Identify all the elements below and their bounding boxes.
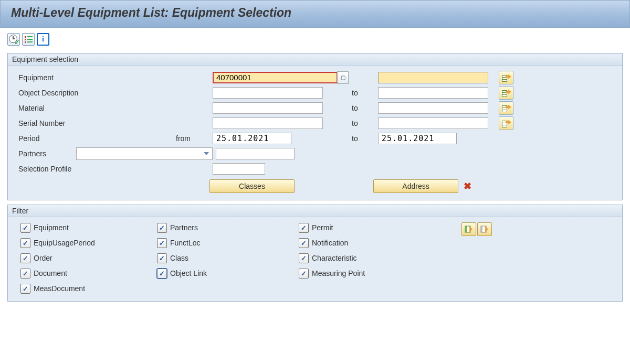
to-label: to: [352, 89, 378, 97]
serial-from-input[interactable]: [213, 117, 323, 129]
to-label: to: [352, 104, 378, 112]
chk-partners[interactable]: ✓: [157, 223, 167, 233]
period-from-input[interactable]: [213, 133, 291, 144]
titlebar: Multi-Level Equipment List: Equipment Se…: [0, 0, 630, 28]
arrow-table-icon: [502, 119, 510, 127]
arrow-table-icon: [502, 104, 510, 112]
to-label: to: [352, 119, 378, 127]
chk-label: Class: [170, 254, 188, 262]
chk-measpoint[interactable]: ✓: [299, 269, 309, 279]
chk-label: Characteristic: [312, 254, 357, 262]
chk-label: Notification: [312, 239, 348, 247]
page-title: Multi-Level Equipment List: Equipment Se…: [11, 6, 621, 20]
chk-label: Measuring Point: [312, 269, 365, 277]
search-help-button[interactable]: ▢: [337, 71, 349, 84]
objdesc-from-input[interactable]: [213, 87, 323, 99]
chk-label: FunctLoc: [170, 239, 201, 247]
material-multiselect-button[interactable]: [499, 101, 513, 115]
equipment-multiselect-button[interactable]: [499, 71, 513, 84]
period-from-label: from: [176, 134, 213, 143]
partners-label: Partners: [15, 149, 76, 158]
chk-permit[interactable]: ✓: [299, 223, 309, 233]
select-all-button[interactable]: [461, 222, 476, 236]
material-label: Material: [15, 104, 176, 112]
chk-objlink[interactable]: ✓: [157, 269, 167, 279]
to-label: to: [352, 134, 378, 143]
selprofile-label: Selection Profile: [15, 165, 213, 173]
svg-rect-1: [465, 226, 467, 232]
chk-document[interactable]: ✓: [20, 269, 30, 279]
arrow-table-icon: [502, 89, 510, 97]
classes-button-label: Classes: [239, 182, 265, 190]
chk-label: Order: [34, 254, 52, 262]
info-button[interactable]: i: [37, 33, 49, 46]
select-all-icon: [465, 225, 473, 233]
filter-panel: Filter ✓Equipment ✓EquipUsagePeriod ✓Ord…: [7, 205, 623, 302]
period-to-input[interactable]: [378, 133, 457, 144]
info-icon: i: [42, 36, 44, 43]
toolbar: ✓ i: [0, 28, 630, 49]
delete-address-button[interactable]: ✖: [464, 180, 471, 192]
chk-label: Object Link: [170, 269, 207, 277]
panel-legend: Filter: [8, 205, 622, 217]
list-view-button[interactable]: [22, 33, 35, 46]
chk-order[interactable]: ✓: [20, 253, 30, 263]
material-from-input[interactable]: [213, 102, 323, 114]
deselect-all-icon: [480, 225, 489, 233]
address-button[interactable]: Address: [373, 179, 458, 193]
objdesc-label: Object Description: [15, 89, 176, 97]
execute-button[interactable]: ✓: [7, 33, 20, 46]
f4-icon: ▢: [341, 74, 345, 80]
serial-multiselect-button[interactable]: [499, 116, 513, 130]
selprofile-input[interactable]: [213, 163, 265, 175]
equipment-from-input[interactable]: [213, 72, 338, 83]
equipment-label: Equipment: [15, 73, 176, 82]
objdesc-multiselect-button[interactable]: [499, 86, 513, 100]
chk-label: Partners: [170, 223, 198, 232]
svg-rect-3: [481, 226, 482, 232]
deselect-all-button[interactable]: [477, 222, 492, 236]
clock-check-icon: ✓: [9, 35, 18, 44]
serial-to-input[interactable]: [378, 117, 488, 129]
chk-functloc[interactable]: ✓: [157, 238, 167, 248]
material-to-input[interactable]: [378, 102, 488, 114]
classes-button[interactable]: Classes: [209, 179, 295, 193]
equipment-to-input[interactable]: [378, 72, 488, 83]
chk-label: MeasDocument: [34, 284, 85, 293]
chk-notification[interactable]: ✓: [299, 238, 309, 248]
chk-label: EquipUsagePeriod: [34, 239, 95, 247]
chk-equipment[interactable]: ✓: [20, 223, 30, 233]
chk-characteristic[interactable]: ✓: [299, 253, 309, 263]
chk-label: Permit: [312, 223, 333, 232]
chk-equipusage[interactable]: ✓: [20, 238, 30, 248]
chk-measdoc[interactable]: ✓: [20, 284, 30, 294]
address-button-label: Address: [402, 182, 429, 190]
period-label: Period: [15, 134, 176, 143]
panel-legend: Equipment selection: [8, 53, 622, 66]
chk-class[interactable]: ✓: [157, 253, 167, 263]
list-icon: [25, 36, 33, 43]
chevron-down-icon: [204, 152, 209, 155]
equipment-selection-panel: Equipment selection Equipment ▢ Object D…: [7, 53, 623, 200]
partners-extra-input[interactable]: [216, 148, 295, 159]
arrow-table-icon: [502, 73, 510, 82]
chk-label: Equipment: [34, 223, 69, 232]
chk-label: Document: [34, 269, 67, 277]
serial-label: Serial Number: [15, 119, 176, 127]
partners-dropdown[interactable]: [76, 147, 213, 160]
objdesc-to-input[interactable]: [378, 87, 488, 99]
